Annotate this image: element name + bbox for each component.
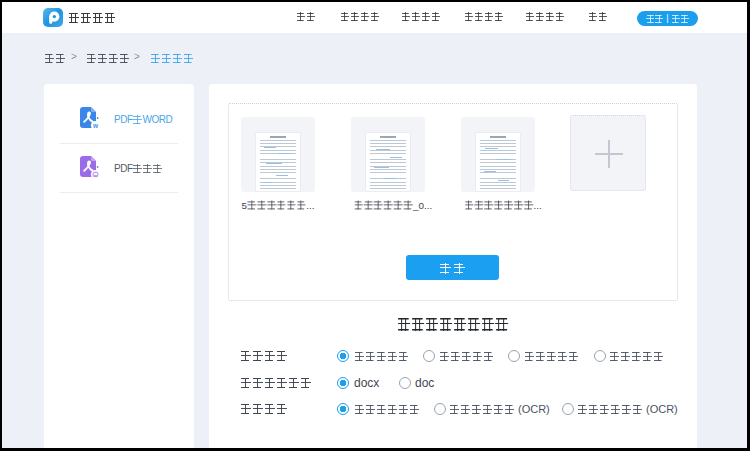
svg-text:w: w xyxy=(92,122,99,129)
